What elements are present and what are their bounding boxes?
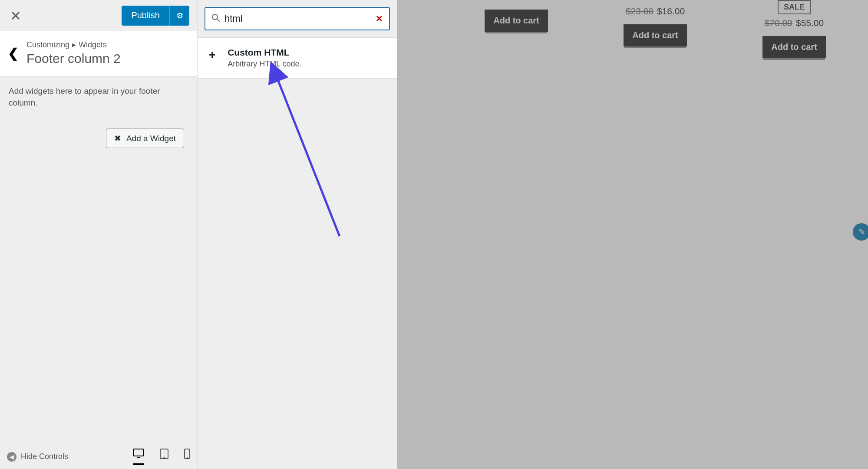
add-widget-button[interactable]: ✖ Add a Widget xyxy=(106,129,184,148)
customizer-footer: ◀ Hide Controls xyxy=(0,444,197,469)
widget-result-title: Custom HTML xyxy=(228,47,301,58)
device-tablet-button[interactable] xyxy=(160,449,168,465)
gear-icon: ⚙ xyxy=(176,11,183,20)
close-customizer-button[interactable] xyxy=(0,0,31,31)
widget-result-custom-html[interactable]: + Custom HTML Arbitrary HTML code. xyxy=(198,37,397,79)
device-mobile-button[interactable] xyxy=(184,449,190,465)
close-icon: ✖ xyxy=(114,133,121,143)
widgets-help-text: Add widgets here to appear in your foote… xyxy=(9,86,188,109)
widget-search-input[interactable] xyxy=(224,13,376,24)
hide-controls-button[interactable]: ◀ Hide Controls xyxy=(7,452,68,462)
breadcrumb-path: Customizing▸Widgets xyxy=(26,40,121,50)
svg-point-7 xyxy=(187,456,188,457)
device-desktop-button[interactable] xyxy=(133,449,144,465)
search-icon xyxy=(211,13,220,24)
svg-point-8 xyxy=(212,14,218,20)
widget-result-description: Arbitrary HTML code. xyxy=(228,59,301,69)
customizer-sidebar: Publish ⚙ ❮ Customizing▸Widgets Footer c… xyxy=(0,0,198,469)
plus-icon: + xyxy=(209,48,215,62)
svg-rect-2 xyxy=(133,449,144,456)
publish-button[interactable]: Publish xyxy=(122,6,169,26)
chevron-left-circle-icon: ◀ xyxy=(7,452,17,462)
widget-search-box: ✕ xyxy=(205,7,390,30)
section-title: Footer column 2 xyxy=(26,51,121,66)
site-preview: Add to cart $23.00$16.00 Add to cart SAL… xyxy=(397,0,868,469)
svg-point-5 xyxy=(164,456,165,458)
back-button[interactable]: ❮ xyxy=(8,46,19,61)
svg-rect-3 xyxy=(137,457,140,458)
sidebar-top-bar: Publish ⚙ xyxy=(0,0,197,31)
customizer-breadcrumb: ❮ Customizing▸Widgets Footer column 2 xyxy=(0,31,197,77)
clear-search-button[interactable]: ✕ xyxy=(376,13,383,24)
publish-settings-button[interactable]: ⚙ xyxy=(169,6,189,26)
preview-dim-overlay xyxy=(397,0,868,469)
widget-search-panel: ✕ + Custom HTML Arbitrary HTML code. xyxy=(198,0,397,469)
svg-line-9 xyxy=(217,19,220,22)
